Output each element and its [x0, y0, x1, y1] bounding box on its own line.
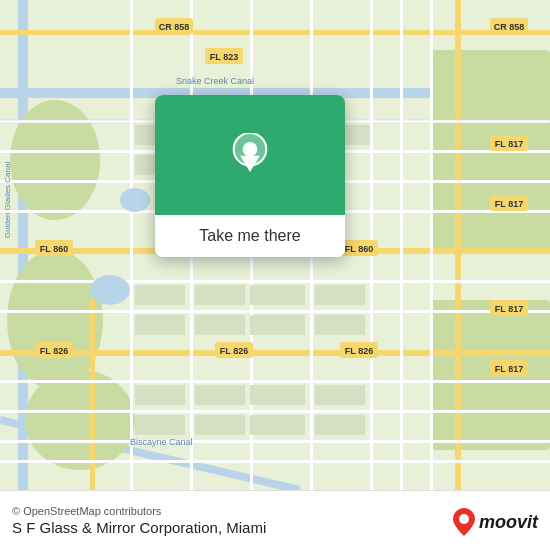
svg-rect-21 — [0, 410, 550, 413]
location-pin-icon — [228, 133, 272, 177]
svg-rect-29 — [400, 0, 403, 490]
popup-icon-area — [155, 95, 345, 215]
moovit-pin-icon — [453, 508, 475, 536]
svg-point-5 — [7, 250, 103, 390]
svg-point-78 — [90, 275, 130, 305]
svg-rect-18 — [0, 280, 550, 283]
svg-text:FL 826: FL 826 — [40, 346, 68, 356]
svg-text:Golden Glades Canal: Golden Glades Canal — [3, 162, 12, 239]
svg-text:FL 823: FL 823 — [210, 52, 238, 62]
bottom-bar: © OpenStreetMap contributors S F Glass &… — [0, 490, 550, 550]
svg-text:FL 826: FL 826 — [220, 346, 248, 356]
svg-text:FL 817: FL 817 — [495, 304, 523, 314]
svg-rect-76 — [250, 415, 305, 435]
svg-rect-62 — [135, 285, 185, 305]
svg-rect-64 — [250, 285, 305, 305]
svg-text:FL 817: FL 817 — [495, 364, 523, 374]
svg-text:FL 817: FL 817 — [495, 139, 523, 149]
svg-rect-72 — [250, 385, 305, 405]
svg-rect-70 — [135, 385, 185, 405]
map-container: CR 858 CR 858 FL 823 FL 817 FL 817 FL 81… — [0, 0, 550, 490]
svg-rect-10 — [0, 350, 550, 356]
svg-text:FL 860: FL 860 — [345, 244, 373, 254]
svg-rect-74 — [135, 415, 185, 435]
svg-point-6 — [25, 370, 135, 470]
svg-text:Biscayne Canal: Biscayne Canal — [130, 437, 193, 447]
svg-rect-22 — [0, 440, 550, 443]
svg-point-79 — [120, 188, 150, 212]
svg-rect-23 — [0, 460, 550, 463]
svg-rect-73 — [315, 385, 365, 405]
popup-card: Take me there — [155, 95, 345, 257]
svg-rect-24 — [130, 0, 133, 490]
svg-text:CR 858: CR 858 — [159, 22, 190, 32]
svg-rect-63 — [195, 285, 245, 305]
svg-point-81 — [243, 142, 258, 157]
svg-point-4 — [10, 100, 100, 220]
svg-rect-65 — [315, 285, 365, 305]
moovit-logo: moovit — [453, 508, 538, 536]
svg-rect-11 — [0, 30, 550, 35]
svg-rect-66 — [135, 315, 185, 335]
svg-rect-67 — [195, 315, 245, 335]
svg-text:FL 826: FL 826 — [345, 346, 373, 356]
svg-rect-8 — [430, 300, 550, 450]
svg-rect-68 — [250, 315, 305, 335]
svg-text:FL 860: FL 860 — [40, 244, 68, 254]
svg-rect-20 — [0, 380, 550, 383]
svg-text:FL 817: FL 817 — [495, 199, 523, 209]
svg-text:Snake Creek Canal: Snake Creek Canal — [176, 76, 254, 86]
take-me-there-button[interactable]: Take me there — [155, 215, 345, 257]
svg-rect-30 — [430, 0, 433, 490]
svg-rect-71 — [195, 385, 245, 405]
svg-rect-19 — [0, 310, 550, 313]
svg-rect-69 — [315, 315, 365, 335]
svg-rect-75 — [195, 415, 245, 435]
svg-rect-12 — [455, 0, 461, 490]
svg-rect-77 — [315, 415, 365, 435]
svg-text:CR 858: CR 858 — [494, 22, 525, 32]
svg-point-83 — [459, 514, 469, 524]
moovit-brand-text: moovit — [479, 512, 538, 533]
